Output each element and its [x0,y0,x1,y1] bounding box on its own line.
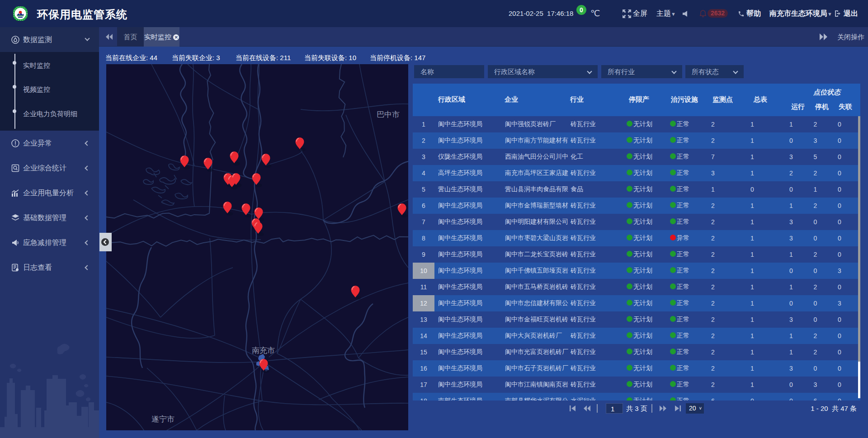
svg-text:南充市: 南充市 [252,346,275,355]
svg-text:巴中市: 巴中市 [377,110,400,119]
svg-text:遂宁市: 遂宁市 [151,415,175,424]
